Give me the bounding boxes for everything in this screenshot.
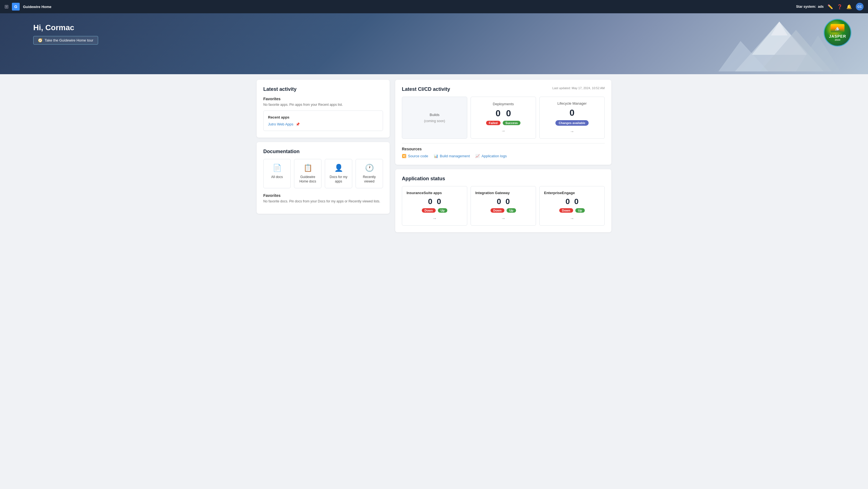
doc-grid: 📄 All docs 📋 Guidewire Home docs 👤 Docs … [263,159,383,188]
badge-year: 2024 [835,38,840,41]
latest-activity-title: Latest activity [263,87,383,92]
cicd-title: Latest CI/CD activity [402,87,450,92]
integration-down-count: 0 [497,197,501,206]
deployments-success-count: 0 [506,108,511,119]
changes-available-badge: Changes available [555,120,589,126]
guidewire-home-docs-icon: 📋 [304,164,312,172]
recently-viewed-label: Recently viewed [359,175,379,184]
deployments-title: Deployments [493,102,514,106]
insurance-suite-badges: Down Up [422,208,447,213]
guidewire-home-docs-label: Guidewire Home docs [298,175,318,184]
integration-gateway-numbers: 0 0 [497,197,510,206]
cicd-header: Latest CI/CD activity Last updated: May … [402,87,605,92]
help-icon[interactable]: ❓ [837,4,842,9]
deployments-badges: Failed Success [486,121,521,125]
insurance-up-badge: Up [438,208,447,213]
documentation-title: Documentation [263,149,383,155]
deployments-box: Deployments 0 0 Failed Success → [471,97,536,139]
integration-arrow[interactable]: → [501,216,505,221]
lifecycle-title: Lifecycle Manager [557,101,587,105]
source-code-icon: 🔀 [402,154,406,158]
jasper-badge: 🏔️ JASPER 2024 [824,19,851,46]
doc-guidewire-home[interactable]: 📋 Guidewire Home docs [294,159,321,188]
cicd-card: Latest CI/CD activity Last updated: May … [395,80,611,165]
my-apps-docs-icon: 👤 [334,164,343,172]
doc-favorites-title: Favorites [263,193,383,198]
app-status-title: Application status [402,176,605,182]
top-navigation: ⊞ G Guidewire Home Star system: ads ✏️ ❓… [0,0,868,13]
insurance-suite-status: InsuranceSuite apps 0 0 Down Up → [402,186,467,226]
notification-icon[interactable]: 🔔 [846,4,852,9]
enterprise-up-badge: Up [575,208,585,213]
jutro-web-apps-link[interactable]: Jutro Web Apps [268,122,293,126]
pin-icon[interactable]: 📌 [296,122,300,126]
edit-icon[interactable]: ✏️ [828,4,833,9]
builds-box: Builds (coming soon) [402,97,467,139]
star-system-label: Star system: ads [796,5,824,8]
grid-icon[interactable]: ⊞ [4,4,8,10]
integration-up-count: 0 [505,197,510,206]
builds-coming-soon: (coming soon) [424,119,445,123]
insurance-arrow[interactable]: → [432,216,437,221]
nav-left: ⊞ G Guidewire Home [4,3,796,10]
nav-right: Star system: ads ✏️ ❓ 🔔 CC [796,3,864,10]
recent-apps-box: Recent apps Jutro Web Apps 📌 [263,110,383,131]
hero-section: Hi, Cormac 🧭 Take the Guidewire Home tou… [0,13,868,74]
integration-down-badge: Down [491,208,504,213]
deployments-arrow[interactable]: → [501,128,505,133]
favorites-section-title: Favorites [263,97,383,101]
all-docs-label: All docs [271,175,283,180]
enterprise-engage-status: EnterpriseEngage 0 0 Down Up → [539,186,605,226]
avatar[interactable]: CC [856,3,864,10]
doc-all-docs[interactable]: 📄 All docs [263,159,291,188]
insurance-suite-name: InsuranceSuite apps [407,191,442,195]
source-code-link[interactable]: 🔀 Source code [402,154,428,158]
integration-up-badge: Up [506,208,516,213]
doc-recently-viewed[interactable]: 🕐 Recently viewed [355,159,383,188]
recent-apps-title: Recent apps [268,115,378,119]
star-system-value: ads [818,5,824,8]
logo-box: G [12,3,20,10]
enterprise-arrow[interactable]: → [570,216,574,221]
deployments-failed-count: 0 [496,108,500,119]
tour-button-label: Take the Guidewire Home tour [44,38,93,42]
insurance-down-badge: Down [422,208,436,213]
left-column: Latest activity Favorites No favorite ap… [257,80,390,232]
latest-activity-card: Latest activity Favorites No favorite ap… [257,80,390,138]
application-logs-icon: 📈 [475,154,480,158]
app-status-card: Application status InsuranceSuite apps 0… [395,169,611,232]
builds-title: Builds [430,113,439,117]
doc-my-apps[interactable]: 👤 Docs for my apps [325,159,352,188]
documentation-card: Documentation 📄 All docs 📋 Guidewire Hom… [257,142,390,214]
enterprise-down-count: 0 [565,197,570,206]
resources-title: Resources [402,147,605,151]
take-tour-button[interactable]: 🧭 Take the Guidewire Home tour [33,36,98,44]
build-management-link[interactable]: 📊 Build management [434,154,470,158]
failed-badge: Failed [486,121,500,125]
my-apps-docs-label: Docs for my apps [329,175,349,184]
application-logs-link[interactable]: 📈 Application logs [475,154,506,158]
build-management-icon: 📊 [434,154,438,158]
all-docs-icon: 📄 [273,164,282,172]
app-name: Guidewire Home [23,5,52,9]
lifecycle-count: 0 [569,108,575,118]
status-grid: InsuranceSuite apps 0 0 Down Up → Integr… [402,186,605,226]
cicd-last-updated: Last updated: May 17, 2024, 10:52 AM [552,87,605,90]
enterprise-engage-badges: Down Up [559,208,585,213]
insurance-down-count: 0 [428,197,432,206]
right-column: Latest CI/CD activity Last updated: May … [395,80,611,232]
star-system-prefix: Star system: [796,5,816,8]
hero-text: Hi, Cormac 🧭 Take the Guidewire Home tou… [33,23,98,44]
enterprise-engage-numbers: 0 0 [565,197,579,206]
resources-divider [402,143,605,143]
recently-viewed-icon: 🕐 [365,164,374,172]
enterprise-down-badge: Down [559,208,573,213]
lifecycle-arrow[interactable]: → [570,129,574,134]
enterprise-engage-name: EnterpriseEngage [544,191,575,195]
hero-greeting: Hi, Cormac [33,23,98,32]
integration-gateway-name: Integration Gateway [475,191,510,195]
integration-gateway-badges: Down Up [491,208,516,213]
doc-favorites-empty: No favorite docs. Pin docs from your Doc… [263,199,383,203]
resources-links: 🔀 Source code 📊 Build management 📈 Appli… [402,154,605,158]
insurance-suite-numbers: 0 0 [428,197,441,206]
